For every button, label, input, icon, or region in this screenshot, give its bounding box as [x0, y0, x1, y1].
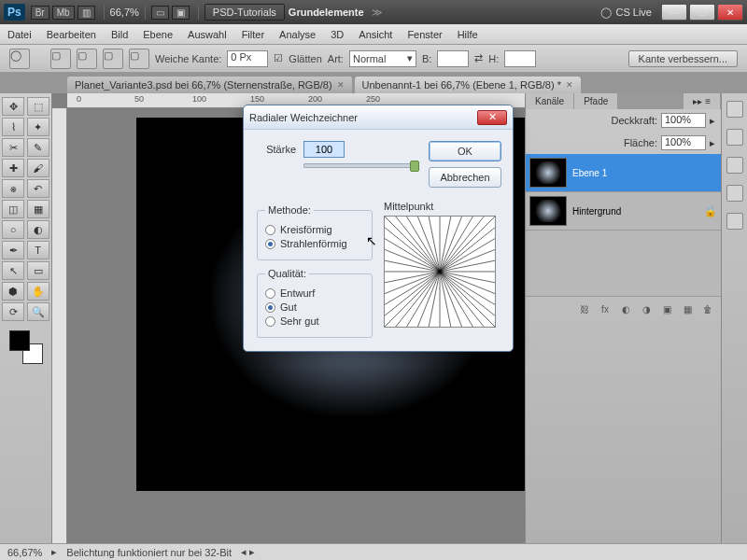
- workspace-label[interactable]: Grundelemente: [289, 7, 364, 18]
- feather-input[interactable]: 0 Px: [227, 50, 268, 67]
- link-icon[interactable]: ⛓: [577, 302, 592, 315]
- gradient-tool[interactable]: ▦: [27, 200, 49, 218]
- trash-icon[interactable]: 🗑: [700, 302, 715, 315]
- cs-live-button[interactable]: CS Live: [615, 7, 652, 18]
- selection-new-icon[interactable]: ▢: [50, 49, 71, 69]
- menu-3d[interactable]: 3D: [331, 29, 344, 40]
- menu-ansicht[interactable]: Ansicht: [359, 29, 392, 40]
- doc-tab-2[interactable]: Unbenannt-1 bei 66,7% (Ebene 1, RGB/8) *…: [355, 77, 581, 93]
- width-input[interactable]: [437, 50, 469, 67]
- svg-line-24: [440, 217, 484, 272]
- layer-row[interactable]: Ebene 1: [526, 154, 721, 192]
- blur-center-preview[interactable]: [384, 216, 496, 328]
- strength-slider[interactable]: [303, 163, 416, 168]
- lasso-tool[interactable]: ⌇: [2, 118, 24, 136]
- tab-pfade[interactable]: Pfade: [574, 93, 617, 109]
- eraser-tool[interactable]: ◫: [2, 200, 24, 218]
- panels: Kanäle Pfade ▸▸ ≡ Deckkraft:100%▸ Fläche…: [525, 93, 721, 543]
- zoom-status[interactable]: 66,67%: [7, 547, 42, 558]
- menu-filter[interactable]: Filter: [242, 29, 264, 40]
- minimize-button[interactable]: —: [661, 4, 687, 21]
- heal-tool[interactable]: ✚: [2, 159, 24, 177]
- styles-icon[interactable]: [726, 185, 743, 202]
- swatches-icon[interactable]: [726, 101, 743, 118]
- ok-button[interactable]: OK: [429, 141, 501, 161]
- dialog-close-button[interactable]: ✕: [477, 110, 507, 125]
- dialog-header[interactable]: Radialer Weichzeichner ✕: [244, 105, 513, 130]
- close-icon[interactable]: ✕: [337, 80, 345, 90]
- menu-bild[interactable]: Bild: [111, 29, 128, 40]
- layer-name[interactable]: Hintergrund: [572, 206, 698, 217]
- selection-add-icon[interactable]: ▢: [77, 49, 97, 69]
- layer-thumb[interactable]: [529, 158, 567, 188]
- selection-int-icon[interactable]: ▢: [129, 49, 149, 69]
- color-icon[interactable]: [726, 129, 743, 146]
- layout-icon[interactable]: ▥: [78, 6, 95, 20]
- screen-icon[interactable]: ▣: [172, 6, 190, 20]
- mb-button[interactable]: Mb: [52, 6, 75, 20]
- menu-hilfe[interactable]: Hilfe: [458, 29, 478, 40]
- new-layer-icon[interactable]: ▦: [680, 302, 695, 315]
- style-dropdown[interactable]: Normal▾: [349, 50, 416, 67]
- radio-zoom[interactable]: Strahlenförmig: [265, 238, 364, 249]
- menu-auswahl[interactable]: Auswahl: [188, 29, 227, 40]
- menu-bearbeiten[interactable]: Bearbeiten: [47, 29, 96, 40]
- history-tool[interactable]: ↶: [27, 179, 49, 198]
- panel-menu-icon[interactable]: ▸▸ ≡: [684, 93, 720, 109]
- refine-edge-button[interactable]: Kante verbessern...: [628, 50, 738, 67]
- current-tool-icon[interactable]: ◯: [9, 49, 30, 69]
- close-icon[interactable]: ✕: [566, 80, 573, 90]
- history-icon[interactable]: [726, 213, 743, 230]
- dodge-tool[interactable]: ◐: [27, 220, 49, 239]
- brush-tool[interactable]: 🖌: [27, 159, 49, 177]
- psd-tutorials-button[interactable]: PSD-Tutorials: [204, 4, 285, 21]
- radio-spin[interactable]: Kreisförmig: [265, 224, 364, 235]
- maximize-button[interactable]: ☐: [689, 4, 715, 21]
- layer-thumb[interactable]: [529, 196, 567, 226]
- fill-input[interactable]: 100%: [661, 135, 706, 150]
- type-tool[interactable]: T: [27, 241, 49, 259]
- antialias-checkbox[interactable]: ☑: [274, 52, 283, 64]
- view-icon[interactable]: ▭: [151, 6, 169, 20]
- path-tool[interactable]: ↖: [2, 261, 24, 280]
- layer-row[interactable]: Hintergrund 🔒: [526, 192, 721, 231]
- rotate-tool[interactable]: ⟳: [2, 302, 24, 321]
- mask-icon[interactable]: ◐: [618, 302, 633, 315]
- wand-tool[interactable]: ✦: [27, 118, 49, 136]
- shape-tool[interactable]: ▭: [27, 261, 49, 280]
- menu-analyse[interactable]: Analyse: [279, 29, 316, 40]
- blur-tool[interactable]: ○: [2, 220, 24, 239]
- folder-icon[interactable]: ▣: [659, 302, 674, 315]
- strength-input[interactable]: [303, 141, 345, 158]
- crop-tool[interactable]: ✂: [2, 138, 24, 157]
- doc-tab-1[interactable]: Planet_Variante3.psd bei 66,7% (Sternens…: [67, 77, 352, 93]
- radio-draft[interactable]: Entwurf: [265, 287, 364, 299]
- selection-sub-icon[interactable]: ▢: [103, 49, 123, 69]
- adjust-icon[interactable]: ◑: [639, 302, 654, 315]
- eyedropper-tool[interactable]: ✎: [27, 138, 49, 157]
- menu-ebene[interactable]: Ebene: [143, 29, 173, 40]
- move-tool[interactable]: ✥: [2, 97, 24, 116]
- tab-kanale[interactable]: Kanäle: [526, 93, 573, 109]
- zoom-tool[interactable]: 🔍: [27, 302, 49, 321]
- svg-line-31: [385, 249, 440, 272]
- pen-tool[interactable]: ✒: [2, 241, 24, 259]
- stamp-tool[interactable]: ⎈: [2, 179, 24, 198]
- cancel-button[interactable]: Abbrechen: [429, 167, 501, 188]
- layer-name[interactable]: Ebene 1: [572, 168, 717, 178]
- 3d-tool[interactable]: ⬢: [2, 282, 24, 301]
- radio-best[interactable]: Sehr gut: [265, 315, 364, 327]
- zoom-level[interactable]: 66,7%: [110, 7, 139, 18]
- hand-tool[interactable]: ✋: [27, 282, 49, 301]
- height-input[interactable]: [504, 50, 536, 67]
- close-button[interactable]: ✕: [717, 4, 743, 21]
- marquee-tool[interactable]: ⬚: [27, 97, 49, 116]
- opacity-input[interactable]: 100%: [661, 113, 706, 128]
- menu-fenster[interactable]: Fenster: [407, 29, 442, 40]
- fx-icon[interactable]: fx: [598, 302, 613, 315]
- menu-datei[interactable]: Datei: [7, 29, 32, 40]
- adjust-icon[interactable]: [726, 157, 743, 174]
- color-swatch[interactable]: [9, 330, 43, 364]
- radio-good[interactable]: Gut: [265, 301, 364, 313]
- br-button[interactable]: Br: [31, 6, 49, 20]
